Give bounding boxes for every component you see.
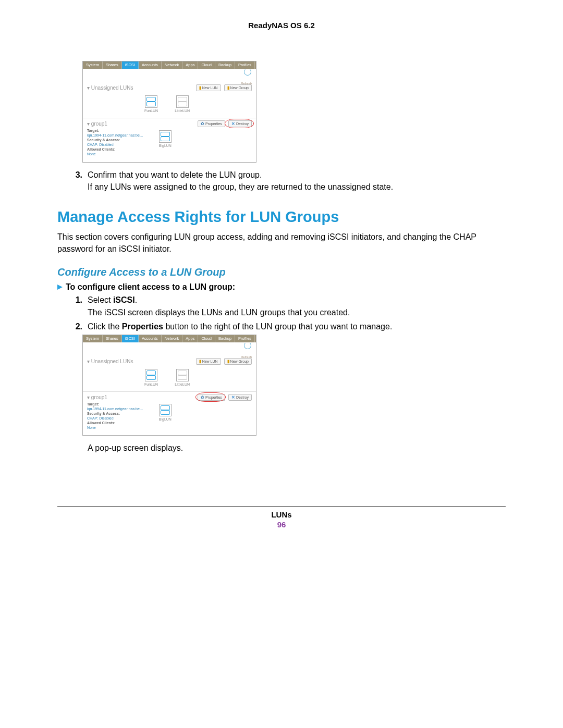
lun-icon bbox=[176, 95, 189, 108]
tab-apps[interactable]: Apps bbox=[182, 61, 198, 69]
plus-icon: ▮ bbox=[199, 85, 201, 90]
tab-profiles[interactable]: Profiles bbox=[235, 335, 255, 342]
lun-item[interactable]: BigLUN bbox=[159, 404, 172, 421]
x-icon: ✕ bbox=[231, 121, 235, 126]
screenshot-destroy: System Shares iSCSI Accounts Network App… bbox=[82, 61, 256, 163]
lun-label: LittleLUN bbox=[175, 382, 190, 386]
tab-iscsi[interactable]: iSCSI bbox=[122, 61, 139, 69]
tab-profiles[interactable]: Profiles bbox=[235, 61, 255, 69]
tab-network[interactable]: Network bbox=[162, 335, 183, 342]
lun-label: LittleLUN bbox=[175, 109, 190, 113]
lun-item[interactable]: BigLUN bbox=[159, 130, 172, 147]
procedure-title: To configure client access to a LUN grou… bbox=[57, 282, 506, 292]
plus-icon: ▮ bbox=[227, 359, 229, 364]
paragraph: This section covers configuring LUN grou… bbox=[57, 231, 506, 255]
lun-label: BigLUN bbox=[159, 417, 172, 421]
gear-icon: ✿ bbox=[201, 121, 204, 126]
refresh-icon[interactable] bbox=[244, 342, 251, 349]
lun-label: BigLUN bbox=[159, 144, 172, 147]
page-header-title: ReadyNAS OS 6.2 bbox=[57, 21, 506, 30]
properties-button[interactable]: ✿Properties bbox=[198, 394, 225, 401]
lun-icon bbox=[159, 130, 172, 143]
new-lun-button[interactable]: ▮New LUN bbox=[196, 358, 221, 365]
gear-icon: ✿ bbox=[201, 395, 204, 400]
heading-h2: Manage Access Rights for LUN Groups bbox=[57, 208, 506, 226]
step-text: Confirm that you want to delete the LUN … bbox=[88, 169, 393, 181]
properties-button[interactable]: ✿Properties bbox=[198, 120, 225, 127]
lun-item[interactable]: FunLUN bbox=[144, 369, 158, 386]
new-lun-button[interactable]: ▮New LUN bbox=[196, 84, 221, 91]
tab-system[interactable]: System bbox=[83, 61, 103, 69]
lun-icon bbox=[159, 404, 172, 416]
lun-icon bbox=[145, 369, 157, 381]
lun-icon bbox=[145, 95, 157, 108]
lun-icon bbox=[176, 369, 189, 381]
lun-label: FunLUN bbox=[144, 109, 158, 113]
footer-rule bbox=[57, 507, 506, 507]
list-item: 2. Click the Properties button to the ri… bbox=[73, 320, 506, 332]
list-item: 1. Select iSCSI. The iSCSI screen displa… bbox=[73, 294, 506, 318]
group-info: Target: iqn.1994-11.com.netgear:nas:be… … bbox=[87, 128, 143, 157]
unassigned-luns-label: ▾ Unassigned LUNs bbox=[87, 359, 133, 364]
lun-item[interactable]: LittleLUN bbox=[175, 369, 190, 386]
triangle-icon bbox=[57, 285, 63, 290]
unassigned-luns-label: ▾ Unassigned LUNs bbox=[87, 85, 133, 91]
tab-backup[interactable]: Backup bbox=[215, 61, 235, 69]
group-name: ▾ group1 bbox=[87, 394, 107, 400]
screenshot-properties: System Shares iSCSI Accounts Network App… bbox=[82, 335, 256, 436]
refresh-icon[interactable] bbox=[244, 68, 251, 76]
step-text: A pop-up screen displays. bbox=[88, 442, 506, 454]
list-item: 3. Confirm that you want to delete the L… bbox=[73, 169, 506, 193]
lun-item[interactable]: LittleLUN bbox=[175, 95, 190, 113]
screenshot-tabs: System Shares iSCSI Accounts Network App… bbox=[83, 61, 256, 69]
step-text: Click the Properties button to the right… bbox=[88, 320, 392, 332]
lun-item[interactable]: FunLUN bbox=[144, 95, 158, 113]
step-number: 2. bbox=[73, 320, 82, 332]
tab-shares[interactable]: Shares bbox=[103, 335, 122, 342]
new-group-button[interactable]: ▮New Group bbox=[224, 358, 252, 365]
tab-cloud[interactable]: Cloud bbox=[198, 335, 215, 342]
plus-icon: ▮ bbox=[199, 359, 201, 364]
tab-cloud[interactable]: Cloud bbox=[198, 61, 215, 69]
step-text: The iSCSI screen displays the LUNs and L… bbox=[88, 306, 350, 318]
step-text: Select iSCSI. bbox=[88, 294, 350, 306]
tab-accounts[interactable]: Accounts bbox=[139, 61, 162, 69]
tab-accounts[interactable]: Accounts bbox=[139, 335, 162, 342]
tab-network[interactable]: Network bbox=[162, 61, 183, 69]
group-info: Target: iqn.1994-11.com.netgear:nas:be… … bbox=[87, 402, 143, 430]
plus-icon: ▮ bbox=[227, 85, 229, 90]
tab-iscsi[interactable]: iSCSI bbox=[122, 335, 139, 342]
tab-system[interactable]: System bbox=[83, 335, 103, 342]
tab-apps[interactable]: Apps bbox=[182, 335, 198, 342]
footer-label: LUNs bbox=[57, 510, 506, 519]
step-number: 1. bbox=[73, 294, 82, 318]
group-name: ▾ group1 bbox=[87, 121, 107, 127]
new-group-button[interactable]: ▮New Group bbox=[224, 84, 252, 91]
step-text: If any LUNs were assigned to the group, … bbox=[88, 181, 393, 193]
screenshot-tabs: System Shares iSCSI Accounts Network App… bbox=[83, 335, 256, 342]
footer-page-number: 96 bbox=[57, 520, 506, 529]
tab-backup[interactable]: Backup bbox=[215, 335, 235, 342]
destroy-button[interactable]: ✕Destroy bbox=[228, 394, 252, 401]
step-number: 3. bbox=[73, 169, 82, 193]
x-icon: ✕ bbox=[231, 395, 235, 400]
lun-label: FunLUN bbox=[144, 382, 158, 386]
destroy-button[interactable]: ✕Destroy bbox=[228, 120, 252, 127]
tab-shares[interactable]: Shares bbox=[103, 61, 122, 69]
heading-h3: Configure Access to a LUN Group bbox=[57, 266, 506, 278]
